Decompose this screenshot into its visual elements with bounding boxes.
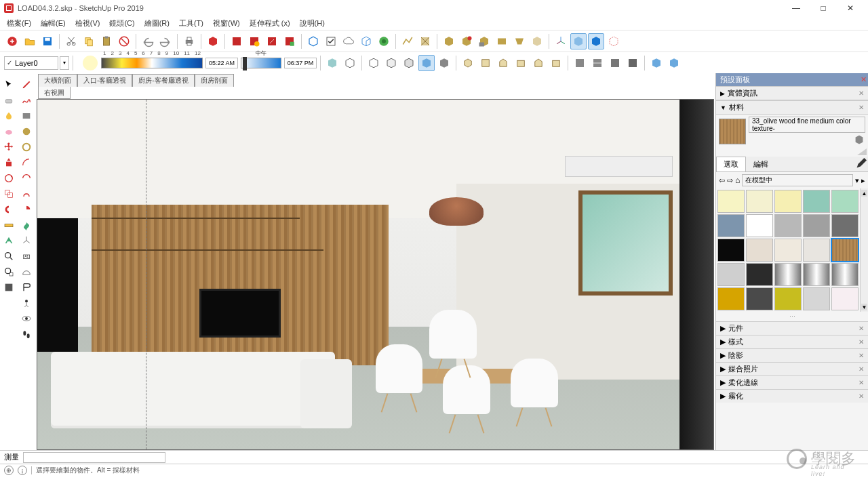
paste-button[interactable] bbox=[98, 33, 115, 49]
grid-resize-handle[interactable]: ⋯ bbox=[716, 312, 868, 321]
view-iso[interactable] bbox=[460, 55, 476, 71]
material-swatch-18[interactable] bbox=[803, 263, 830, 286]
3d-viewport[interactable] bbox=[37, 99, 714, 450]
acc-styles[interactable]: ▶樣式✕ bbox=[716, 335, 868, 348]
menu-edit[interactable]: 編輯(E) bbox=[37, 17, 70, 30]
extension-button[interactable] bbox=[376, 33, 392, 49]
new-button[interactable] bbox=[4, 33, 20, 49]
arc-tool[interactable] bbox=[19, 155, 34, 170]
pie-tool[interactable] bbox=[19, 202, 34, 217]
section-1[interactable] bbox=[572, 55, 588, 71]
solid-3[interactable] bbox=[476, 33, 492, 49]
material-swatch-12[interactable] bbox=[774, 239, 802, 262]
scroll-down-icon[interactable]: ▼ bbox=[861, 304, 867, 310]
create-material-button[interactable] bbox=[853, 134, 865, 146]
menu-help[interactable]: 說明(H) bbox=[296, 17, 329, 30]
style-xray2[interactable] bbox=[436, 55, 452, 71]
acc-components[interactable]: ▶元件✕ bbox=[716, 321, 868, 335]
section-4[interactable] bbox=[625, 55, 641, 71]
look-around[interactable] bbox=[19, 311, 34, 326]
cloud-button[interactable] bbox=[340, 33, 357, 49]
polygon-tool[interactable] bbox=[19, 140, 34, 155]
pencil-tool[interactable] bbox=[19, 77, 34, 92]
scroll-up-icon[interactable]: ▲ bbox=[861, 190, 867, 197]
xray-button[interactable] bbox=[570, 33, 587, 49]
material-swatch-4[interactable] bbox=[831, 190, 859, 213]
material-name-field[interactable]: 33_olive wood fine medium color texture- bbox=[749, 117, 865, 133]
open-button[interactable] bbox=[22, 33, 38, 49]
material-swatch-1[interactable] bbox=[746, 190, 773, 213]
material-swatch-2[interactable] bbox=[774, 190, 802, 213]
scene-tab-2[interactable]: 入口-客廳透視 bbox=[77, 74, 132, 87]
paint-tool[interactable] bbox=[1, 108, 16, 123]
default-material-icon[interactable] bbox=[857, 148, 867, 155]
plugin-2[interactable] bbox=[246, 33, 262, 49]
section-2[interactable] bbox=[589, 55, 606, 71]
entity-info-header[interactable]: ▶實體資訊✕ bbox=[716, 86, 868, 100]
layer-dropdown-arrow[interactable]: ▾ bbox=[60, 56, 69, 70]
paint-soft[interactable] bbox=[1, 124, 16, 139]
rectangle-tool[interactable] bbox=[19, 108, 34, 123]
tray-close-icon[interactable]: ✕ bbox=[861, 75, 867, 84]
sandbox-1[interactable] bbox=[399, 33, 416, 49]
time-of-day-slider[interactable]: 123456789101112 bbox=[101, 58, 203, 68]
style-shaded[interactable] bbox=[324, 55, 340, 71]
style-hidden[interactable] bbox=[366, 55, 382, 71]
material-swatch-11[interactable] bbox=[746, 239, 773, 262]
material-swatch-17[interactable] bbox=[774, 263, 802, 286]
check-button[interactable] bbox=[323, 33, 339, 49]
arc2-tool[interactable] bbox=[19, 171, 34, 186]
undo-button[interactable] bbox=[140, 33, 156, 49]
view-back[interactable] bbox=[530, 55, 547, 71]
menu-camera[interactable]: 鏡頭(C) bbox=[105, 17, 138, 30]
offset-tool[interactable] bbox=[1, 202, 16, 217]
axes-button[interactable] bbox=[553, 33, 569, 49]
solid-4[interactable] bbox=[494, 33, 510, 49]
3dtext-tool[interactable] bbox=[19, 280, 34, 295]
acc-matchphoto[interactable]: ▶媒合照片✕ bbox=[716, 362, 868, 375]
cut-button[interactable] bbox=[63, 33, 79, 49]
axes-tool[interactable] bbox=[19, 233, 34, 248]
sunrise-time[interactable]: 05:22 AM bbox=[205, 58, 238, 68]
material-swatch-8[interactable] bbox=[803, 214, 830, 237]
scene-tab-3[interactable]: 廚房-客餐廳透視 bbox=[132, 74, 194, 87]
material-swatch-16[interactable] bbox=[746, 263, 773, 286]
solid-2[interactable] bbox=[458, 33, 475, 49]
redo-button[interactable] bbox=[157, 33, 174, 49]
current-material-swatch[interactable] bbox=[719, 119, 746, 144]
material-location[interactable]: 在模型中 bbox=[742, 174, 853, 186]
material-swatch-14[interactable] bbox=[831, 239, 859, 262]
scale-tool[interactable] bbox=[1, 186, 16, 201]
solid-5[interactable] bbox=[511, 33, 528, 49]
material-swatch-22[interactable] bbox=[774, 287, 802, 310]
acc-soften[interactable]: ▶柔化邊線✕ bbox=[716, 375, 868, 389]
back-icon[interactable]: ⇦ bbox=[719, 176, 725, 185]
plugin-3[interactable] bbox=[264, 33, 280, 49]
scene-tab-4[interactable]: 廚房剖面 bbox=[195, 74, 234, 87]
solid-1[interactable] bbox=[441, 33, 457, 49]
material-swatch-13[interactable] bbox=[803, 239, 830, 262]
minimize-button[interactable]: — bbox=[783, 0, 810, 16]
style-mono[interactable] bbox=[401, 55, 417, 71]
position-camera[interactable] bbox=[19, 296, 34, 310]
material-swatch-15[interactable] bbox=[717, 263, 745, 286]
menu-draw[interactable]: 繪圖(R) bbox=[140, 17, 174, 30]
copy-button[interactable] bbox=[81, 33, 97, 49]
menu-file[interactable]: 檔案(F) bbox=[3, 17, 35, 30]
backface-button[interactable] bbox=[588, 33, 604, 49]
followme-tool[interactable] bbox=[19, 218, 34, 232]
menu-window[interactable]: 視窗(W) bbox=[209, 17, 244, 30]
shadow-toggle[interactable] bbox=[82, 55, 98, 71]
section-tool[interactable] bbox=[1, 280, 16, 295]
time-slider-2[interactable] bbox=[241, 58, 281, 68]
style-wire[interactable] bbox=[342, 55, 358, 71]
scene-tab-1[interactable]: 大橫剖面 bbox=[38, 74, 77, 87]
hidden-geo-button[interactable] bbox=[606, 33, 622, 49]
delete-button[interactable] bbox=[116, 33, 132, 49]
material-swatch-21[interactable] bbox=[746, 287, 773, 310]
loc-dropdown-icon[interactable]: ▾ bbox=[855, 176, 859, 185]
component-button[interactable] bbox=[205, 33, 221, 49]
material-swatch-7[interactable] bbox=[774, 214, 802, 237]
menu-extensions[interactable]: 延伸程式 (x) bbox=[245, 17, 294, 30]
tab-select[interactable]: 選取 bbox=[716, 157, 746, 171]
